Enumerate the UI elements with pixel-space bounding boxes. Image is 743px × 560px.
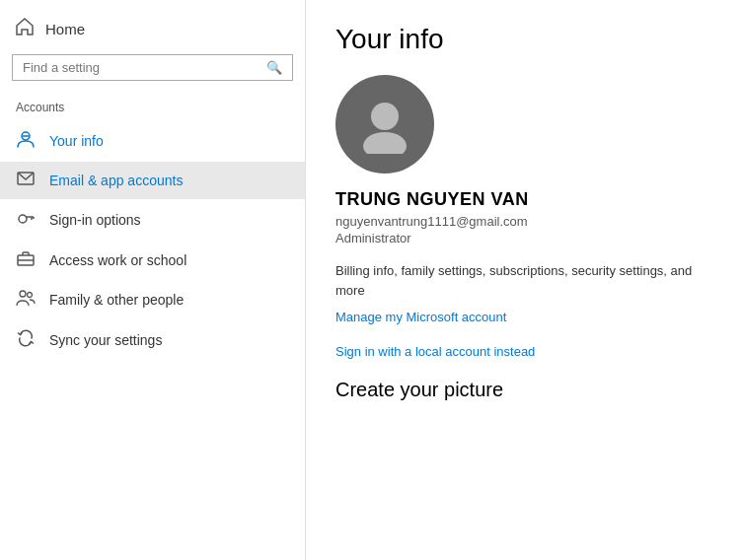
nav-label-access-work-school: Access work or school	[49, 252, 186, 268]
manage-microsoft-account-link[interactable]: Manage my Microsoft account	[335, 310, 713, 324]
nav-item-sign-in-options[interactable]: Sign-in options	[0, 199, 305, 241]
nav-label-sync-settings: Sync your settings	[49, 332, 162, 348]
svg-point-11	[371, 103, 399, 130]
nav-item-your-info[interactable]: Your info	[0, 120, 305, 162]
local-account-link[interactable]: Sign in with a local account instead	[335, 344, 713, 359]
home-icon	[16, 18, 34, 40]
user-email: nguyenvantrung1111@gmail.com	[335, 214, 713, 229]
family-icon	[16, 290, 36, 310]
nav-item-family-other-people[interactable]: Family & other people	[0, 280, 305, 319]
billing-info-text: Billing info, family settings, subscript…	[335, 261, 710, 300]
nav-item-email-app-accounts[interactable]: Email & app accounts	[0, 162, 305, 199]
nav-label-your-info: Your info	[49, 133, 104, 149]
nav-item-sync-settings[interactable]: Sync your settings	[0, 319, 305, 361]
svg-point-10	[28, 293, 33, 298]
home-nav-item[interactable]: Home	[0, 0, 305, 54]
person-icon	[16, 130, 36, 152]
accounts-section-label: Accounts	[0, 93, 305, 120]
svg-point-9	[20, 291, 26, 297]
page-title: Your info	[335, 24, 713, 55]
sync-icon	[16, 329, 36, 351]
nav-label-email-app-accounts: Email & app accounts	[49, 173, 183, 188]
user-name: TRUNG NGUYEN VAN	[335, 189, 713, 210]
user-role: Administrator	[335, 231, 713, 245]
search-box[interactable]: 🔍	[12, 54, 293, 81]
nav-label-family-other-people: Family & other people	[49, 292, 184, 308]
main-content: Your info TRUNG NGUYEN VAN nguyenvantrun…	[306, 0, 743, 560]
nav-item-access-work-school[interactable]: Access work or school	[0, 241, 305, 280]
svg-point-12	[363, 132, 407, 154]
email-icon	[16, 172, 36, 189]
search-input[interactable]	[23, 60, 266, 75]
search-icon: 🔍	[266, 60, 282, 75]
create-picture-title: Create your picture	[335, 379, 713, 401]
sidebar: Home 🔍 Accounts Your info Email & app ac…	[0, 0, 306, 560]
avatar	[335, 75, 434, 174]
briefcase-icon	[16, 250, 36, 270]
nav-label-sign-in-options: Sign-in options	[49, 212, 141, 228]
home-label: Home	[45, 21, 85, 37]
svg-point-3	[19, 215, 27, 223]
key-icon	[16, 209, 36, 231]
